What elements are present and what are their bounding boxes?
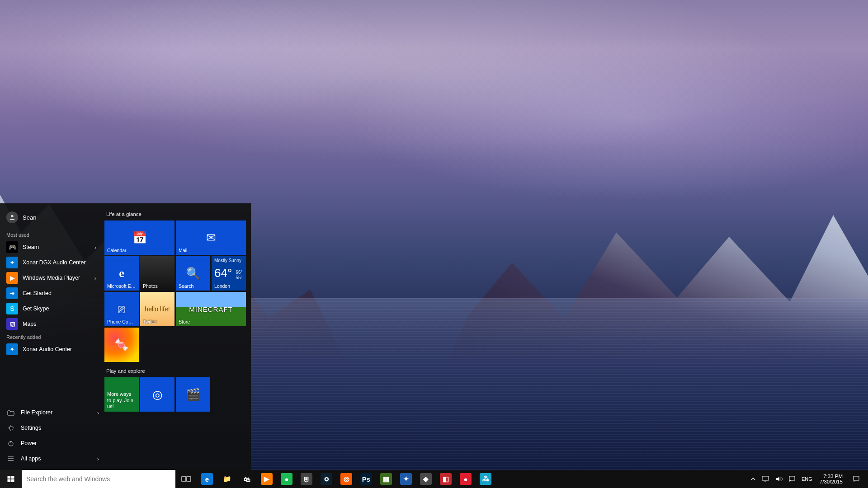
tile-calendar[interactable]: 📅 Calendar bbox=[104, 221, 175, 255]
start-button[interactable] bbox=[0, 470, 22, 488]
app-item-xonar-dgx-audio-center[interactable]: ✦Xonar DGX Audio Center bbox=[6, 255, 99, 270]
tile-calendar-label: Calendar bbox=[107, 248, 172, 253]
app-item-steam[interactable]: 🎮Steam› bbox=[6, 239, 99, 255]
chevron-right-icon: › bbox=[97, 409, 99, 416]
taskbar-app-media-player[interactable]: ▶ bbox=[257, 470, 277, 488]
media-player-icon: ▶ bbox=[261, 473, 273, 485]
app-label: Windows Media Player bbox=[23, 275, 90, 281]
taskbar-app-photoshop[interactable]: Ps bbox=[356, 470, 376, 488]
app-label: Xonar Audio Center bbox=[23, 346, 96, 352]
taskbar-app-app-molecule[interactable]: ⁂ bbox=[476, 470, 495, 488]
taskbar: e📁🛍▶●⛨⭘◎Ps▦✦◆◧●⁂ ENG 7:33 PM 7/30/2015 bbox=[0, 470, 868, 488]
weather-condition: Mostly Sunny bbox=[214, 258, 243, 263]
tray-display-icon[interactable] bbox=[759, 470, 772, 488]
store-icon: 🛍 bbox=[241, 473, 253, 485]
tile-photos-label: Photos bbox=[143, 283, 172, 289]
taskbar-app-steam[interactable]: ⭘ bbox=[316, 470, 336, 488]
taskbar-app-store[interactable]: 🛍 bbox=[237, 470, 257, 488]
taskbar-app-edge[interactable]: e bbox=[197, 470, 217, 488]
xbox-promo-text: More ways to play. Join us! bbox=[107, 389, 136, 410]
svg-rect-3 bbox=[8, 476, 11, 479]
app-label: Maps bbox=[23, 321, 96, 327]
start-power-button[interactable]: Power bbox=[6, 436, 99, 451]
app-item-windows-media-player[interactable]: ▶Windows Media Player› bbox=[6, 270, 99, 286]
tile-candy-crush[interactable]: 🍬 bbox=[104, 328, 139, 362]
taskbar-app-minecraft[interactable]: ▦ bbox=[376, 470, 396, 488]
edge-icon: e bbox=[201, 473, 213, 485]
taskbar-pinned-apps: e📁🛍▶●⛨⭘◎Ps▦✦◆◧●⁂ bbox=[197, 470, 495, 488]
chevron-right-icon: › bbox=[97, 455, 99, 462]
app-item-get-skype[interactable]: SGet Skype bbox=[6, 301, 99, 316]
user-account-button[interactable]: Sean bbox=[6, 210, 99, 225]
svg-point-0 bbox=[11, 215, 13, 217]
tile-edge-label: Microsoft Edge bbox=[107, 283, 136, 289]
chevron-right-icon: › bbox=[94, 244, 96, 251]
app-icon: ✦ bbox=[6, 343, 18, 355]
sublime-icon: ◆ bbox=[420, 473, 432, 485]
svg-rect-8 bbox=[187, 477, 191, 481]
task-view-button[interactable] bbox=[175, 470, 197, 488]
tile-edge[interactable]: e Microsoft Edge bbox=[104, 256, 139, 291]
candy-crush-icon: 🍬 bbox=[104, 328, 139, 362]
gear-icon bbox=[6, 424, 15, 432]
sys-item-label: Power bbox=[21, 440, 37, 446]
app-icon: ➜ bbox=[6, 287, 18, 299]
start-all-apps-button[interactable]: All apps› bbox=[6, 451, 99, 466]
tray-language-button[interactable]: ENG bbox=[799, 470, 815, 488]
tile-weather[interactable]: Mostly Sunny 64° 66° 55° London bbox=[212, 256, 246, 291]
action-center-button[interactable] bbox=[847, 475, 865, 483]
app-icon: ✦ bbox=[6, 257, 18, 268]
spotify-icon: ● bbox=[281, 473, 292, 485]
weather-low: 55° bbox=[236, 275, 242, 281]
movies-icon: 🎬 bbox=[176, 377, 210, 412]
tray-volume-button[interactable] bbox=[773, 470, 785, 488]
sys-item-label: File Explorer bbox=[21, 409, 52, 416]
desktop[interactable]: Sean Most used 🎮Steam›✦Xonar DGX Audio C… bbox=[0, 0, 868, 488]
tile-mail[interactable]: ✉ Mail bbox=[176, 221, 246, 255]
tile-store[interactable]: MINECRAFT Store bbox=[176, 292, 246, 326]
taskbar-app-app-circle[interactable]: ● bbox=[456, 470, 476, 488]
app-label: Xonar DGX Audio Center bbox=[23, 259, 96, 266]
taskbar-app-origin[interactable]: ◎ bbox=[336, 470, 356, 488]
app-red-icon: ◧ bbox=[440, 473, 452, 485]
tile-phone-companion[interactable]: ⎚ Phone Compa... bbox=[104, 292, 139, 326]
tile-twitter[interactable]: hello life! Twitter bbox=[140, 292, 175, 326]
start-menu: Sean Most used 🎮Steam›✦Xonar DGX Audio C… bbox=[0, 203, 251, 470]
app-item-xonar-audio-center[interactable]: ✦Xonar Audio Center bbox=[6, 342, 99, 357]
search-input[interactable] bbox=[26, 470, 171, 488]
battlenet-icon: ⛨ bbox=[301, 473, 312, 485]
file-explorer-icon: 📁 bbox=[221, 473, 233, 485]
tile-phone-label: Phone Compa... bbox=[107, 319, 136, 324]
start-settings-button[interactable]: Settings bbox=[6, 420, 99, 436]
tile-groove-music[interactable]: ◎ bbox=[140, 377, 175, 412]
tray-overflow-button[interactable] bbox=[748, 470, 758, 488]
minecraft-icon: ▦ bbox=[380, 473, 392, 485]
tile-group-life-heading: Life at a glance bbox=[106, 211, 245, 217]
tray-action-center-hint[interactable] bbox=[786, 470, 798, 488]
tile-search[interactable]: 🔍 Search bbox=[176, 256, 210, 291]
start-file-explorer-button[interactable]: File Explorer› bbox=[6, 405, 99, 420]
tile-movies-tv[interactable]: 🎬 bbox=[176, 377, 210, 412]
taskbar-app-teamspeak[interactable]: ✦ bbox=[396, 470, 416, 488]
svg-rect-10 bbox=[789, 476, 795, 480]
weather-temp: 64° bbox=[214, 266, 232, 280]
windows-logo-icon bbox=[7, 475, 15, 483]
taskbar-app-sublime[interactable]: ◆ bbox=[416, 470, 436, 488]
taskbar-app-app-red[interactable]: ◧ bbox=[436, 470, 456, 488]
app-label: Steam bbox=[23, 244, 90, 250]
tray-clock[interactable]: 7:33 PM 7/30/2015 bbox=[816, 474, 846, 484]
tile-photos[interactable]: Photos bbox=[140, 256, 175, 291]
user-avatar-icon bbox=[6, 211, 18, 223]
tile-xbox-promo[interactable]: More ways to play. Join us! bbox=[104, 377, 139, 412]
taskbar-app-battlenet[interactable]: ⛨ bbox=[297, 470, 316, 488]
start-left-column: Sean Most used 🎮Steam›✦Xonar DGX Audio C… bbox=[0, 203, 102, 470]
svg-rect-9 bbox=[762, 476, 769, 480]
taskbar-search[interactable] bbox=[22, 470, 175, 488]
tile-twitter-label: Twitter bbox=[143, 319, 172, 324]
app-item-maps[interactable]: ▧Maps bbox=[6, 316, 99, 332]
taskbar-app-file-explorer[interactable]: 📁 bbox=[217, 470, 237, 488]
app-item-get-started[interactable]: ➜Get Started bbox=[6, 286, 99, 301]
taskbar-app-spotify[interactable]: ● bbox=[277, 470, 297, 488]
sys-item-label: Settings bbox=[21, 425, 41, 431]
tile-group-play-heading: Play and explore bbox=[106, 368, 245, 374]
